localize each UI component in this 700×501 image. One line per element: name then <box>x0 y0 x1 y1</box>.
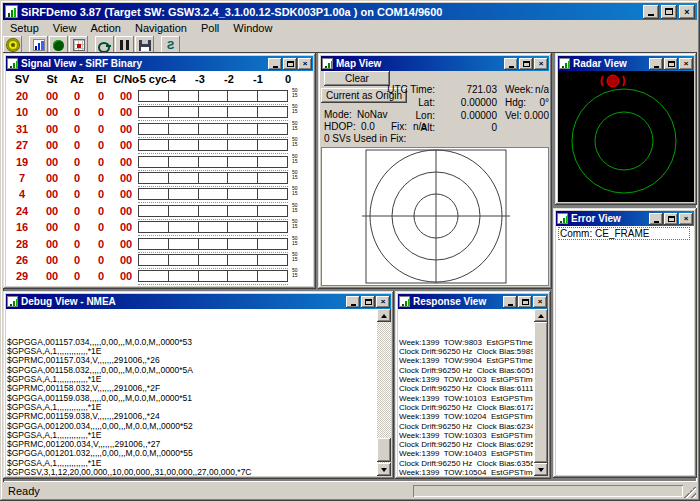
signal-rows: 20 00 0 0 00 50 15 <box>6 89 313 286</box>
sv-value: 27 <box>10 139 34 151</box>
close-button[interactable]: × <box>679 213 693 225</box>
maximize-button[interactable] <box>661 5 677 19</box>
map-view-window: Map View × Clear Current as Origin UTC T… <box>318 53 552 289</box>
debug-view-titlebar[interactable]: Debug View - NMEA × <box>6 294 391 309</box>
bar-cell <box>199 222 229 232</box>
maximize-button[interactable] <box>518 296 532 308</box>
bar-cell <box>139 239 169 249</box>
response-view-body: Week:1399 TOW:9803 EstGPSTime:98Clock Dr… <box>398 309 548 476</box>
window-icon <box>557 213 568 224</box>
scroll-up-button[interactable] <box>534 309 548 322</box>
close-button[interactable]: × <box>679 5 695 19</box>
gear-icon <box>7 39 19 51</box>
scroll-down-button[interactable] <box>377 463 391 476</box>
bar-cell <box>139 173 169 183</box>
bar-cell <box>258 206 287 216</box>
maximize-icon <box>668 216 675 222</box>
signal-view-titlebar[interactable]: Signal View - SiRF Binary × <box>6 56 313 71</box>
response-view-titlebar[interactable]: Response View × <box>398 294 548 309</box>
bar-cell <box>139 271 169 281</box>
app-titlebar: SiRFDemo 3.87 (Target SW: GSW3.2.4_3.1.0… <box>3 3 697 20</box>
el-value: 0 <box>92 172 110 184</box>
menu-item[interactable]: Poll <box>194 22 226 34</box>
bar-cell <box>169 140 199 150</box>
st-value: 00 <box>42 221 62 233</box>
menu-item[interactable]: View <box>46 22 84 34</box>
bar-cell <box>139 222 169 232</box>
col-st: St <box>42 73 62 85</box>
el-value: 0 <box>92 123 110 135</box>
signal-row: 26 00 0 0 00 50 15 <box>6 253 313 269</box>
scroll-up-button[interactable] <box>377 309 391 322</box>
bar-scale-bottom: 15 <box>292 126 298 131</box>
vel-value: 0.000 <box>517 110 549 121</box>
response-line: Clock Drift:96250 Hz Clock Bias:617285 <box>399 403 533 412</box>
el-value: 0 <box>92 188 110 200</box>
scroll-down-button[interactable] <box>534 463 548 476</box>
minimize-button[interactable] <box>504 58 518 70</box>
status-panel <box>413 485 683 497</box>
response-line: Clock Drift:96250 Hz Clock Bias:611176 <box>399 384 533 393</box>
cno-bar-grid: 50 15 <box>138 172 288 184</box>
sv-value: 29 <box>10 270 34 282</box>
close-button[interactable]: × <box>298 58 312 70</box>
response-scrollbar[interactable] <box>534 309 548 476</box>
error-view-titlebar[interactable]: Error View × <box>556 211 694 226</box>
map-view-title: Map View <box>336 58 503 69</box>
scroll-thumb[interactable] <box>534 322 548 463</box>
bar-cell <box>169 157 199 167</box>
scroll-thumb[interactable] <box>377 438 391 462</box>
maximize-button[interactable] <box>361 296 375 308</box>
maximize-icon <box>523 61 530 67</box>
status-text: Ready <box>8 485 40 497</box>
el-value: 0 <box>92 106 110 118</box>
error-list-item[interactable]: Comm: CE_FRAME <box>558 227 690 240</box>
minimize-button[interactable] <box>649 58 663 70</box>
az-value: 0 <box>68 270 86 282</box>
bar-scale-bottom: 15 <box>292 241 298 246</box>
minimize-button[interactable] <box>503 296 517 308</box>
bar-scale-bottom: 15 <box>292 94 298 99</box>
bar-cell <box>228 206 258 216</box>
signal-row: 20 00 0 0 00 50 15 <box>6 89 313 105</box>
az-value: 0 <box>68 221 86 233</box>
signal-row: 10 00 0 0 00 50 15 <box>6 105 313 121</box>
menu-item[interactable]: Navigation <box>128 22 194 34</box>
cno-value: 00 <box>112 90 140 102</box>
resize-grip[interactable] <box>684 486 696 498</box>
menu-item[interactable]: Setup <box>3 22 46 34</box>
fix-value: n/a <box>413 121 427 132</box>
bar-cell <box>169 271 199 281</box>
map-view-titlebar[interactable]: Map View × <box>321 56 549 71</box>
close-button[interactable]: × <box>534 58 548 70</box>
minimize-button[interactable] <box>346 296 360 308</box>
minimize-button[interactable] <box>649 213 663 225</box>
st-value: 00 <box>42 123 62 135</box>
signal-table: SV St Az El C/No -5 cyc-4-3-2-10 20 00 <box>6 71 313 286</box>
bar-cell <box>258 189 287 199</box>
close-button[interactable]: × <box>533 296 547 308</box>
sv-value: 26 <box>10 254 34 266</box>
maximize-icon <box>668 61 675 67</box>
minimize-button[interactable] <box>268 58 282 70</box>
menu-item[interactable]: Window <box>226 22 279 34</box>
response-line: Week:1399 TOW:9904 EstGPSTime:99 <box>399 356 533 365</box>
bar-cell <box>199 140 229 150</box>
maximize-button[interactable] <box>283 58 297 70</box>
close-button[interactable]: × <box>376 296 390 308</box>
cno-bar-grid: 50 15 <box>138 139 288 151</box>
bar-cell <box>199 239 229 249</box>
maximize-button[interactable] <box>664 213 678 225</box>
maximize-button[interactable] <box>519 58 533 70</box>
bar-cell <box>139 124 169 134</box>
close-button[interactable]: × <box>679 58 693 70</box>
menu-item[interactable]: Action <box>83 22 128 34</box>
signal-row: 24 00 0 0 00 50 15 <box>6 204 313 220</box>
debug-scrollbar[interactable] <box>377 309 391 476</box>
az-value: 0 <box>68 254 86 266</box>
maximize-button[interactable] <box>664 58 678 70</box>
radar-view-titlebar[interactable]: Radar View × <box>558 56 694 71</box>
minimize-button[interactable] <box>643 5 659 19</box>
bar-cell <box>228 189 258 199</box>
sv-value: 10 <box>10 106 34 118</box>
